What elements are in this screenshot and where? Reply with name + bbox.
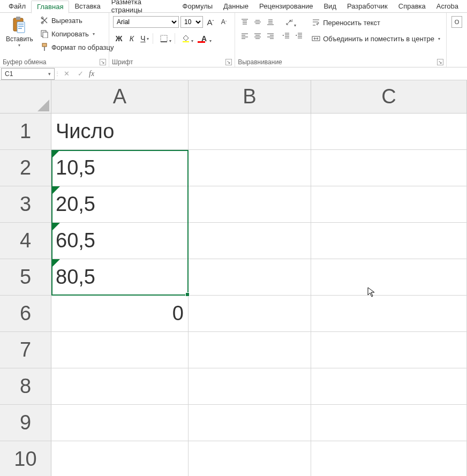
menu-tab-главная[interactable]: Главная	[31, 1, 69, 13]
cell-B5[interactable]	[189, 259, 311, 296]
cell-B9[interactable]	[189, 405, 311, 441]
align-right-button[interactable]	[265, 30, 276, 42]
cell-B2[interactable]	[189, 150, 311, 186]
align-middle-button[interactable]	[252, 16, 263, 28]
confirm-formula-button[interactable]: ✓	[75, 69, 86, 79]
cell-C9[interactable]	[311, 405, 467, 441]
align-left-button[interactable]	[239, 30, 251, 42]
decrease-indent-button[interactable]	[280, 29, 292, 41]
orientation-button[interactable]: ab	[280, 16, 297, 29]
cell-B6[interactable]	[189, 296, 311, 332]
cancel-formula-button[interactable]: ✕	[61, 69, 72, 79]
cell-A5[interactable]: 80,5	[51, 259, 189, 296]
cell-B4[interactable]	[189, 223, 311, 259]
cell-A1[interactable]: Число	[51, 114, 189, 150]
dropdown-caret-icon: ▾	[93, 32, 95, 36]
cell-C10[interactable]	[311, 441, 467, 476]
group-label: Выравнивание	[238, 58, 282, 66]
cell-C4[interactable]	[311, 223, 467, 259]
increase-font-button[interactable]: Aˆ	[205, 16, 216, 28]
menu-tab-разработчик[interactable]: Разработчик	[342, 1, 393, 12]
increase-indent-button[interactable]	[293, 29, 305, 41]
menu-tab-вставка[interactable]: Вставка	[69, 1, 106, 12]
cell-C6[interactable]	[311, 296, 467, 332]
svg-rect-12	[198, 41, 205, 43]
menu-tab-вид[interactable]: Вид	[318, 1, 342, 12]
fill-color-button[interactable]	[177, 33, 194, 44]
cell-C5[interactable]	[311, 259, 467, 296]
cell-A4[interactable]: 60,5	[51, 223, 189, 259]
row-header-9[interactable]: 9	[0, 405, 51, 441]
cell-A10[interactable]	[51, 441, 189, 476]
italic-button[interactable]: К	[126, 33, 138, 44]
decrease-font-button[interactable]: Aˇ	[218, 16, 230, 28]
borders-button[interactable]	[155, 33, 172, 44]
menu-tab-справка[interactable]: Справка	[393, 1, 431, 12]
row-header-10[interactable]: 10	[0, 441, 51, 476]
menu-tab-файл[interactable]: Файл	[3, 1, 31, 12]
align-center-button[interactable]	[252, 30, 263, 42]
error-indicator-icon	[51, 150, 60, 158]
cell-C1[interactable]	[311, 114, 467, 150]
row-header-4[interactable]: 4	[0, 223, 51, 259]
dropdown-caret-icon: ▾	[18, 43, 20, 48]
format-painter-button[interactable]: Формат по образцу	[38, 41, 116, 54]
align-top-button[interactable]	[239, 16, 251, 28]
dialog-launcher-icon[interactable]: ↘	[437, 59, 443, 65]
name-box[interactable]: C1	[1, 68, 55, 80]
column-header-C[interactable]: C	[311, 80, 467, 114]
font-name-select[interactable]: Arial	[113, 16, 179, 28]
dialog-launcher-icon[interactable]: ↘	[100, 59, 106, 65]
cell-C3[interactable]	[311, 186, 467, 223]
bold-button[interactable]: Ж	[113, 33, 125, 44]
dialog-launcher-icon[interactable]: ↘	[225, 59, 232, 65]
cell-C2[interactable]	[311, 150, 467, 186]
column-header-A[interactable]: A	[51, 80, 189, 114]
row-header-3[interactable]: 3	[0, 186, 51, 223]
cell-C8[interactable]	[311, 368, 467, 405]
font-size-select[interactable]: 10	[180, 16, 203, 28]
cell-B7[interactable]	[189, 332, 311, 368]
row-header-7[interactable]: 7	[0, 332, 51, 368]
number-format-select[interactable]: О	[451, 16, 462, 28]
copy-icon	[40, 29, 49, 38]
menu-tab-данные[interactable]: Данные	[218, 1, 254, 12]
cell-B10[interactable]	[189, 441, 311, 476]
cell-C7[interactable]	[311, 332, 467, 368]
merge-cells-icon	[312, 34, 320, 43]
cut-button[interactable]: Вырезать	[38, 14, 116, 27]
menu-tab-формулы[interactable]: Формулы	[177, 1, 219, 12]
cell-B8[interactable]	[189, 368, 311, 405]
merge-center-button[interactable]: Объединить и поместить в центре ▾	[310, 32, 442, 45]
row-header-1[interactable]: 1	[0, 114, 51, 150]
cell-A6[interactable]: 0	[51, 296, 189, 332]
copy-button[interactable]: Копировать ▾	[38, 27, 116, 40]
group-label: Шрифт	[112, 58, 133, 66]
select-all-corner[interactable]	[0, 80, 51, 114]
svg-text:ab: ab	[289, 19, 292, 23]
menu-tab-рецензирование[interactable]: Рецензирование	[254, 1, 318, 12]
menu-tab-acroba[interactable]: Acroba	[431, 1, 464, 12]
paintbrush-icon	[40, 43, 49, 51]
cell-B3[interactable]	[189, 186, 311, 223]
cell-A7[interactable]	[51, 332, 189, 368]
row-header-8[interactable]: 8	[0, 368, 51, 405]
cell-B1[interactable]	[189, 114, 311, 150]
cell-A8[interactable]	[51, 368, 189, 405]
font-color-button[interactable]: A	[195, 33, 213, 44]
paste-button[interactable]: Вставить ▾	[3, 14, 36, 48]
cell-A2[interactable]: 10,5	[51, 150, 189, 186]
underline-button[interactable]: Ч▾	[139, 33, 150, 44]
row-header-5[interactable]: 5	[0, 259, 51, 296]
formula-input[interactable]	[97, 69, 464, 79]
align-bottom-button[interactable]	[265, 16, 276, 28]
svg-rect-7	[42, 43, 47, 47]
row-header-2[interactable]: 2	[0, 150, 51, 186]
row-header-6[interactable]: 6	[0, 296, 51, 332]
column-header-B[interactable]: B	[189, 80, 311, 114]
wrap-text-button[interactable]: Переносить текст	[310, 16, 442, 29]
menu-bar: ФайлГлавнаяВставкаРазметка страницыФорму…	[0, 0, 467, 13]
cell-A3[interactable]: 20,5	[51, 186, 189, 223]
wrap-text-icon	[312, 18, 320, 27]
cell-A9[interactable]	[51, 405, 189, 441]
